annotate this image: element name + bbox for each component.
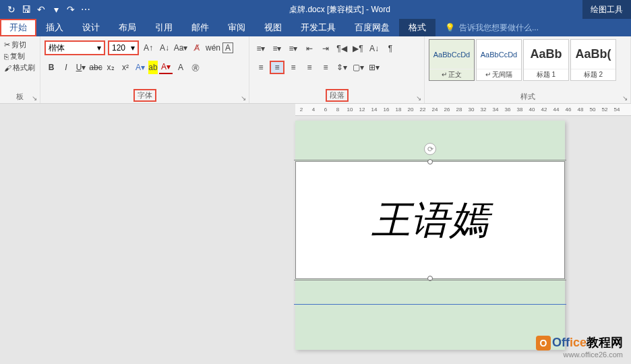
watermark: OOffice教程网 www.office26.com xyxy=(536,334,623,359)
text-effects-button[interactable]: A▾ xyxy=(133,61,147,74)
save-icon[interactable]: 🖫 xyxy=(20,3,32,16)
bullets-button[interactable]: ≡▾ xyxy=(253,42,268,55)
ruler-mark: 4 xyxy=(307,107,320,113)
highlight-button[interactable]: ab xyxy=(148,61,158,74)
ruler-mark: 22 xyxy=(417,107,429,113)
style-heading2[interactable]: AaBb( 标题 2 xyxy=(570,39,616,81)
rtl-button[interactable]: ▶¶ xyxy=(351,42,365,55)
justify-button[interactable]: ≡ xyxy=(302,61,317,74)
shading-button[interactable]: ▢▾ xyxy=(351,61,365,74)
ruler-mark: 20 xyxy=(404,107,417,113)
tab-start[interactable]: 开始 xyxy=(0,19,36,36)
style-preview: AaBbCcDd xyxy=(429,40,474,69)
styles-group: AaBbCcDd ↵ 正文 AaBbCcDd ↵ 无间隔 AaBb 标题 1 A… xyxy=(425,36,631,103)
style-heading1[interactable]: AaBb 标题 1 xyxy=(523,39,569,81)
strike-button[interactable]: abc xyxy=(89,61,102,74)
format-painter-button[interactable]: 🖌格式刷 xyxy=(4,62,36,73)
align-left-button[interactable]: ≡ xyxy=(253,61,268,74)
decrease-indent-button[interactable]: ⇤ xyxy=(302,42,317,55)
clipboard-group: ✂剪切 ⎘复制 🖌格式刷 板 ↘ xyxy=(0,36,40,103)
line-spacing-button[interactable]: ⇕▾ xyxy=(334,61,349,74)
styles-label: 样式 xyxy=(520,92,535,102)
ruler-mark: 16 xyxy=(380,107,392,113)
style-gallery: AaBbCcDd ↵ 正文 AaBbCcDd ↵ 无间隔 AaBb 标题 1 A… xyxy=(429,39,626,81)
ruler-mark: 52 xyxy=(599,107,611,113)
shrink-font-button[interactable]: A↓ xyxy=(158,41,171,55)
tab-insert[interactable]: 插入 xyxy=(36,19,73,36)
paragraph-group: ≡▾ ≡▾ ≡▾ ⇤ ⇥ ¶◀ ▶¶ A↓ ¶ ≡ ≡ ≡ ≡ ≡ ⇕▾ ▢▾ … xyxy=(249,36,425,103)
tab-baidu[interactable]: 百度网盘 xyxy=(345,19,399,36)
char-border-button[interactable]: A xyxy=(222,42,233,53)
phonetic-button[interactable]: wén xyxy=(206,41,220,55)
tell-me-input[interactable]: 💡 告诉我您想要做什么... xyxy=(435,19,631,36)
enclose-char-button[interactable]: ㊮ xyxy=(189,61,202,74)
rotate-handle-icon[interactable]: ⟳ xyxy=(424,143,436,155)
tab-review[interactable]: 审阅 xyxy=(218,19,255,36)
style-normal[interactable]: AaBbCcDd ↵ 正文 xyxy=(429,39,475,81)
clipboard-label: 板 xyxy=(16,92,24,102)
undo-icon[interactable]: ↶ xyxy=(35,3,47,16)
align-center-button[interactable]: ≡ xyxy=(270,61,284,74)
clear-format-button[interactable]: A̸ xyxy=(190,41,204,55)
tab-references[interactable]: 引用 xyxy=(146,19,182,36)
font-color-button[interactable]: A▾ xyxy=(159,61,173,74)
cut-button[interactable]: ✂剪切 xyxy=(4,39,36,51)
char-shading-button[interactable]: A xyxy=(174,61,187,74)
italic-button[interactable]: I xyxy=(59,61,73,74)
ltr-button[interactable]: ¶◀ xyxy=(334,42,349,55)
style-no-spacing[interactable]: AaBbCcDd ↵ 无间隔 xyxy=(476,39,522,81)
tab-mail[interactable]: 邮件 xyxy=(182,19,218,36)
horizontal-ruler[interactable]: 2 4 6 8 10 12 14 16 18 20 22 24 26 28 30… xyxy=(295,104,631,116)
subscript-button[interactable]: x₂ xyxy=(104,61,117,74)
ruler-mark: 12 xyxy=(356,107,368,113)
show-marks-button[interactable]: ¶ xyxy=(383,42,398,55)
more-icon[interactable]: ⋯ xyxy=(80,3,92,16)
ruler-mark: 34 xyxy=(489,107,502,113)
grow-font-button[interactable]: A↑ xyxy=(142,41,155,55)
superscript-button[interactable]: x² xyxy=(119,61,132,74)
ribbon: ✂剪切 ⎘复制 🖌格式刷 板 ↘ 楷体 ▾ 120 ▾ A↑ A↓ Aa▾ A̸… xyxy=(0,36,631,104)
context-tools-label: 绘图工具 xyxy=(582,0,631,19)
align-right-button[interactable]: ≡ xyxy=(286,61,301,74)
numbering-button[interactable]: ≡▾ xyxy=(270,42,284,55)
styles-launcher-icon[interactable]: ↘ xyxy=(622,94,628,102)
redo-icon[interactable]: ↷ xyxy=(65,3,77,16)
style-name: 标题 1 xyxy=(524,69,568,80)
distribute-button[interactable]: ≡ xyxy=(318,61,333,74)
font-launcher-icon[interactable]: ↘ xyxy=(241,94,246,102)
font-name-combo[interactable]: 楷体 ▾ xyxy=(44,40,105,55)
text-box[interactable]: ⟳ 王语嫣 xyxy=(295,161,565,279)
ruler-mark: 48 xyxy=(574,107,587,113)
ruler-mark: 36 xyxy=(502,107,514,113)
dropdown-icon[interactable]: ▾ xyxy=(50,3,62,16)
style-preview: AaBb( xyxy=(571,40,615,69)
tab-view[interactable]: 视图 xyxy=(255,19,291,36)
tab-design[interactable]: 设计 xyxy=(73,19,109,36)
copy-button[interactable]: ⎘复制 xyxy=(4,51,36,62)
bold-button[interactable]: B xyxy=(44,61,58,74)
copy-icon: ⎘ xyxy=(4,53,9,61)
selection-line xyxy=(294,280,566,280)
multilevel-button[interactable]: ≡▾ xyxy=(286,42,301,55)
tab-dev[interactable]: 开发工具 xyxy=(291,19,345,36)
app-name: Word xyxy=(371,5,390,14)
sort-button[interactable]: A↓ xyxy=(367,42,382,55)
clipboard-launcher-icon[interactable]: ↘ xyxy=(32,94,37,102)
ruler-mark: 46 xyxy=(562,107,574,113)
refresh-icon[interactable]: ↻ xyxy=(5,3,18,16)
change-case-button[interactable]: Aa▾ xyxy=(174,41,187,55)
document-page[interactable]: ⟳ 王语嫣 xyxy=(295,121,565,350)
font-size-value: 120 xyxy=(112,43,125,53)
quick-access-toolbar: ↻ 🖫 ↶ ▾ ↷ ⋯ xyxy=(0,3,97,16)
tab-format[interactable]: 格式 xyxy=(399,19,435,36)
increase-indent-button[interactable]: ⇥ xyxy=(318,42,333,55)
paragraph-launcher-icon[interactable]: ↘ xyxy=(416,94,421,102)
tab-layout[interactable]: 布局 xyxy=(109,19,146,36)
ruler-mark: 8 xyxy=(332,107,344,113)
underline-button[interactable]: U▾ xyxy=(74,61,88,74)
resize-handle[interactable] xyxy=(427,159,433,164)
text-content[interactable]: 王语嫣 xyxy=(371,194,489,247)
style-name: 标题 2 xyxy=(571,69,615,80)
font-size-combo[interactable]: 120 ▾ xyxy=(108,40,139,55)
borders-button[interactable]: ⊞▾ xyxy=(367,61,382,74)
